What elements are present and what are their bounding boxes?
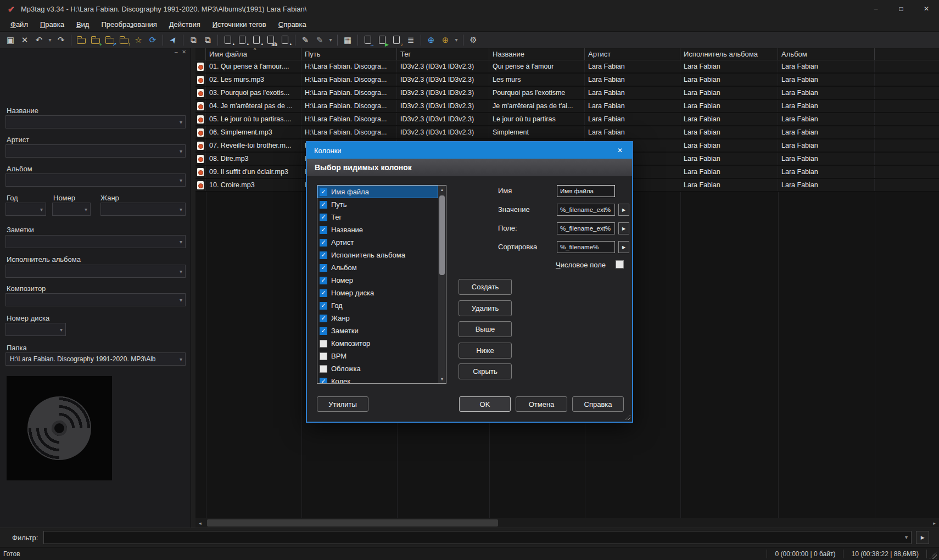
redo-icon[interactable]: ↷	[54, 33, 68, 47]
chevron-down-icon[interactable]: ▾	[40, 206, 43, 212]
header-path[interactable]: Путь	[301, 48, 397, 60]
tag-undo-icon[interactable]: •	[249, 33, 264, 47]
refresh-icon[interactable]: ⟳	[146, 33, 160, 47]
delete-button[interactable]: Удалить	[459, 300, 512, 316]
table-row[interactable]: 02. Les murs.mp3 H:\Lara Fabian. Discogr…	[195, 74, 939, 87]
menu-convert[interactable]: Преобразования	[95, 19, 163, 30]
column-item[interactable]: Исполнитель альбома	[317, 249, 438, 261]
extended-tags-icon[interactable]: ▦	[340, 33, 355, 47]
sort-field[interactable]: %_filename%	[557, 241, 615, 253]
field-menu-button[interactable]: ▶	[618, 222, 629, 234]
table-row[interactable]: 05. Le jour où tu partiras.... H:\Lara F…	[195, 113, 939, 126]
tag-source-dropdown-icon[interactable]: ▾	[452, 33, 460, 47]
convert-tag-filename-icon[interactable]: ⧉	[186, 33, 200, 47]
sort-menu-button[interactable]: ▶	[618, 241, 629, 253]
checkbox[interactable]	[320, 352, 327, 360]
column-item[interactable]: Номер диска	[317, 287, 438, 299]
export-icon[interactable]: →	[361, 33, 375, 47]
album-combobox[interactable]: ▾	[5, 173, 186, 187]
field-field[interactable]: %_filename_ext%	[557, 222, 615, 234]
albumartist-combobox[interactable]: ▾	[5, 265, 186, 278]
scrollbar-thumb[interactable]	[439, 195, 445, 275]
remove-icon[interactable]: ✕	[18, 33, 32, 47]
checkbox[interactable]	[320, 277, 327, 284]
autonumbering-icon[interactable]: ≣	[404, 33, 418, 47]
checkbox[interactable]	[320, 201, 327, 209]
scroll-up-icon[interactable]: ▲	[438, 186, 446, 194]
filter-input[interactable]: ▾	[43, 531, 912, 544]
column-item[interactable]: Номер	[317, 274, 438, 287]
checkbox[interactable]	[320, 378, 327, 384]
checkbox[interactable]	[320, 327, 327, 335]
chevron-down-icon[interactable]: ▾	[180, 297, 182, 303]
chevron-down-icon[interactable]: ▾	[60, 327, 63, 333]
ok-button[interactable]: OK	[459, 396, 511, 412]
column-item[interactable]: Имя файла	[317, 186, 438, 198]
scrollbar-thumb[interactable]	[207, 519, 498, 527]
table-row[interactable]: 03. Pourquoi pas l'exotis... H:\Lara Fab…	[195, 87, 939, 100]
checkbox[interactable]	[320, 188, 327, 196]
play-icon[interactable]: ▶	[375, 33, 389, 47]
utilities-button[interactable]: Утилиты	[317, 396, 368, 412]
table-row[interactable]: 01. Qui pense à l'amour.... H:\Lara Fabi…	[195, 60, 939, 74]
favorite-directories-icon[interactable]: ☆	[131, 33, 146, 47]
checkbox[interactable]	[320, 264, 327, 272]
column-item[interactable]: Тег	[317, 211, 438, 223]
menu-edit[interactable]: Правка	[34, 19, 70, 30]
column-item[interactable]: Год	[317, 299, 438, 312]
checkbox[interactable]	[320, 289, 327, 297]
header-albumartist[interactable]: Исполнитель альбома	[680, 48, 778, 60]
genre-combobox[interactable]: ▾	[100, 203, 186, 216]
artist-combobox[interactable]: ▾	[5, 144, 186, 158]
name-field[interactable]: Имя файла	[557, 185, 615, 197]
column-item[interactable]: Композитор	[317, 337, 438, 350]
open-explorer-icon[interactable]: ↗	[103, 33, 117, 47]
close-icon[interactable]: ✕	[914, 0, 939, 18]
change-directory-icon[interactable]	[74, 33, 88, 47]
column-item[interactable]: Жанр	[317, 312, 438, 324]
chevron-down-icon[interactable]: ▾	[180, 268, 182, 275]
menu-actions[interactable]: Действия	[163, 19, 206, 30]
chevron-down-icon[interactable]: ▾	[85, 206, 87, 212]
checkbox[interactable]	[320, 340, 327, 348]
column-item[interactable]: BPM	[317, 350, 438, 362]
dialog-title-bar[interactable]: Колонки ✕	[307, 142, 632, 159]
column-item[interactable]: Название	[317, 223, 438, 236]
parent-directory-icon[interactable]: ↑	[117, 33, 131, 47]
hide-button[interactable]: Скрыть	[459, 363, 512, 379]
column-item[interactable]: Артист	[317, 236, 438, 249]
move-down-button[interactable]: Ниже	[459, 343, 512, 359]
columns-listbox[interactable]: Имя файла Путь Тег Название Артист Испол…	[317, 185, 446, 384]
track-combobox[interactable]: ▾	[52, 203, 91, 216]
chevron-down-icon[interactable]: ▾	[180, 177, 182, 183]
numeric-field-checkbox[interactable]	[616, 260, 624, 268]
title-combobox[interactable]: ▾	[5, 115, 186, 128]
checkbox[interactable]	[320, 251, 327, 259]
comment-combobox[interactable]: ▾	[5, 235, 186, 248]
playlist-icon[interactable]: ♪	[389, 33, 404, 47]
menu-tag-sources[interactable]: Источники тегов	[206, 19, 272, 30]
maximize-icon[interactable]: □	[888, 0, 914, 18]
cancel-button[interactable]: Отмена	[516, 396, 567, 412]
create-button[interactable]: Создать	[459, 279, 512, 295]
header-filename[interactable]: ˄Имя файла	[206, 48, 301, 60]
checkbox[interactable]	[320, 302, 327, 310]
tag-save-icon[interactable]: •	[221, 33, 235, 47]
checkbox[interactable]	[320, 315, 327, 322]
album-art-box[interactable]	[7, 376, 112, 480]
panel-collapse-icon[interactable]: –	[175, 49, 178, 55]
composer-combobox[interactable]: ▾	[5, 293, 186, 306]
chevron-down-icon[interactable]: ▾	[180, 356, 182, 362]
checkbox[interactable]	[320, 214, 327, 221]
chevron-down-icon[interactable]: ▾	[180, 148, 182, 154]
help-button[interactable]: Справка	[572, 396, 624, 412]
dialog-resize-grip[interactable]	[624, 414, 630, 420]
header-tag[interactable]: Тег	[397, 48, 489, 60]
panel-close-icon[interactable]: ✕	[182, 49, 186, 55]
chevron-down-icon[interactable]: ▾	[905, 534, 908, 541]
table-row[interactable]: 06. Simplement.mp3 H:\Lara Fabian. Disco…	[195, 126, 939, 139]
convert-filename-tag-icon[interactable]: ⧉	[200, 33, 215, 47]
folder-combobox[interactable]: H:\Lara Fabian. Discography 1991-2020. M…	[5, 352, 186, 366]
menu-help[interactable]: Справка	[272, 19, 312, 30]
header-album[interactable]: Альбом	[778, 48, 875, 60]
